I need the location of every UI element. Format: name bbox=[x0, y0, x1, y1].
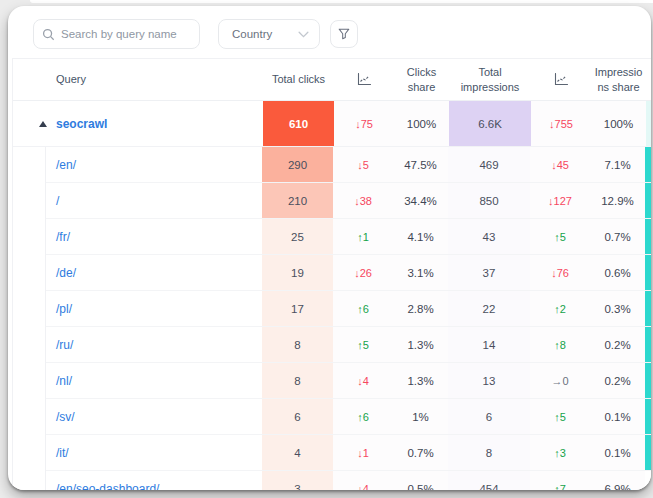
query-link[interactable]: /en/seo-dashboard/ bbox=[56, 482, 159, 491]
table-row[interactable]: /sv/ 6 ↑6 1% 6 ↑5 0.1% bbox=[13, 399, 651, 435]
total-clicks-cell: 19 bbox=[262, 255, 333, 290]
total-clicks-cell: 290 bbox=[262, 147, 333, 182]
impressions-share-cell: 6.9% bbox=[590, 471, 645, 490]
clicks-share-cell: 1.3% bbox=[393, 327, 448, 362]
query-link[interactable]: /en/ bbox=[56, 158, 76, 172]
total-impressions-cell: 8 bbox=[448, 435, 530, 470]
table-row[interactable]: / 210 ↓38 34.4% 850 ↓127 12.9% bbox=[13, 183, 651, 219]
search-input[interactable] bbox=[61, 28, 191, 40]
clicks-trend-cell: ↑6 bbox=[333, 291, 393, 326]
clicks-trend-cell: ↓4 bbox=[333, 363, 393, 398]
row-indent-gutter bbox=[13, 219, 46, 255]
query-cell[interactable]: /nl/ bbox=[46, 363, 262, 398]
impressions-trend-cell: ↓45 bbox=[530, 147, 590, 182]
impressions-share-cell: 7.1% bbox=[590, 147, 645, 182]
clicks-trend-cell: ↑1 bbox=[333, 219, 393, 254]
clicks-share-cell: 34.4% bbox=[393, 183, 448, 218]
total-impressions-cell: 6.6K bbox=[449, 101, 531, 146]
query-link[interactable]: /pl/ bbox=[56, 302, 72, 316]
table-row[interactable]: /pl/ 17 ↑6 2.8% 22 ↑2 0.3% bbox=[13, 291, 651, 327]
header-impressions-trend[interactable] bbox=[531, 73, 591, 86]
query-cell[interactable]: /fr/ bbox=[46, 219, 262, 254]
query-link[interactable]: / bbox=[56, 194, 59, 208]
header-clicks-share[interactable]: Clicks share bbox=[394, 65, 449, 95]
edge-heat-cell bbox=[645, 435, 651, 470]
clicks-trend-cell: ↓26 bbox=[333, 255, 393, 290]
total-clicks-cell: 4 bbox=[262, 435, 333, 470]
query-cell[interactable]: /pl/ bbox=[46, 291, 262, 326]
filter-button[interactable] bbox=[330, 20, 358, 48]
clicks-trend-cell: ↓75 bbox=[334, 101, 394, 146]
impressions-share-cell: 0.7% bbox=[590, 219, 645, 254]
queries-panel: Country Query Total clicks Clicks share … bbox=[8, 6, 651, 490]
query-cell[interactable]: /it/ bbox=[46, 435, 262, 470]
filter-funnel-icon bbox=[337, 27, 351, 41]
table-row[interactable]: /ru/ 8 ↑5 1.3% 14 ↑8 0.2% bbox=[13, 327, 651, 363]
header-total-clicks[interactable]: Total clicks bbox=[263, 72, 334, 87]
country-select-label: Country bbox=[232, 28, 272, 40]
header-total-impressions[interactable]: Total impressions bbox=[449, 65, 531, 95]
impressions-trend-cell: ↑8 bbox=[530, 327, 590, 362]
query-cell[interactable]: /ru/ bbox=[46, 327, 262, 362]
query-cell[interactable]: /sv/ bbox=[46, 399, 262, 434]
trend-chart-icon bbox=[357, 73, 371, 86]
edge-heat-cell bbox=[645, 147, 651, 182]
table-row[interactable]: /en/ 290 ↓5 47.5% 469 ↓45 7.1% bbox=[13, 147, 651, 183]
impressions-share-cell: 0.3% bbox=[590, 291, 645, 326]
row-indent-gutter bbox=[13, 147, 46, 183]
query-link[interactable]: /sv/ bbox=[56, 410, 75, 424]
table-row[interactable]: /de/ 19 ↓26 3.1% 37 ↓76 0.6% bbox=[13, 255, 651, 291]
header-clicks-trend[interactable] bbox=[334, 73, 394, 86]
total-impressions-cell: 850 bbox=[448, 183, 530, 218]
total-clicks-cell: 610 bbox=[263, 101, 334, 146]
search-box[interactable] bbox=[33, 19, 200, 49]
queries-table: Query Total clicks Clicks share Total im… bbox=[12, 58, 651, 490]
query-link[interactable]: /de/ bbox=[56, 266, 76, 280]
row-indent-gutter bbox=[13, 183, 46, 219]
query-cell[interactable]: / bbox=[46, 183, 262, 218]
table-row[interactable]: seocrawl 610 ↓75 100% 6.6K ↓755 100% bbox=[13, 101, 651, 147]
collapse-caret-icon[interactable] bbox=[39, 121, 47, 127]
query-link[interactable]: /it/ bbox=[56, 446, 69, 460]
header-query[interactable]: Query bbox=[13, 72, 263, 87]
query-link[interactable]: seocrawl bbox=[56, 117, 107, 131]
query-cell[interactable]: /en/seo-dashboard/ bbox=[46, 471, 262, 490]
row-indent-gutter bbox=[13, 363, 46, 399]
impressions-trend-cell: ↑2 bbox=[530, 291, 590, 326]
edge-heat-cell bbox=[645, 399, 651, 434]
query-link[interactable]: /nl/ bbox=[56, 374, 72, 388]
country-select[interactable]: Country bbox=[218, 19, 320, 49]
impressions-trend-cell: ↑5 bbox=[530, 219, 590, 254]
query-link[interactable]: /ru/ bbox=[56, 338, 73, 352]
query-link[interactable]: /fr/ bbox=[56, 230, 70, 244]
edge-heat-cell bbox=[645, 363, 651, 398]
row-indent-gutter bbox=[13, 399, 46, 435]
table-row[interactable]: /nl/ 8 ↓4 1.3% 13 →0 0.2% bbox=[13, 363, 651, 399]
impressions-trend-cell: ↑7 bbox=[530, 471, 590, 490]
impressions-share-cell: 0.2% bbox=[590, 363, 645, 398]
table-row[interactable]: /it/ 4 ↓1 0.7% 8 ↑3 0.1% bbox=[13, 435, 651, 471]
clicks-share-cell: 1% bbox=[393, 399, 448, 434]
edge-heat-cell bbox=[646, 101, 651, 146]
table-row[interactable]: /en/seo-dashboard/ 3 ↓4 0.5% 454 ↑7 6.9% bbox=[13, 471, 651, 490]
clicks-share-cell: 100% bbox=[394, 101, 449, 146]
total-impressions-cell: 43 bbox=[448, 219, 530, 254]
total-impressions-cell: 6 bbox=[448, 399, 530, 434]
chevron-down-icon bbox=[298, 31, 309, 38]
query-cell[interactable]: /de/ bbox=[46, 255, 262, 290]
table-row[interactable]: /fr/ 25 ↑1 4.1% 43 ↑5 0.7% bbox=[13, 219, 651, 255]
clicks-share-cell: 1.3% bbox=[393, 363, 448, 398]
total-impressions-cell: 14 bbox=[448, 327, 530, 362]
clicks-share-cell: 0.5% bbox=[393, 471, 448, 490]
query-cell[interactable]: /en/ bbox=[46, 147, 262, 182]
impressions-share-cell: 0.1% bbox=[590, 399, 645, 434]
total-clicks-cell: 3 bbox=[262, 471, 333, 490]
impressions-trend-cell: ↓76 bbox=[530, 255, 590, 290]
query-cell[interactable]: seocrawl bbox=[13, 101, 263, 146]
row-indent-gutter bbox=[13, 291, 46, 327]
edge-heat-cell bbox=[645, 327, 651, 362]
impressions-share-cell: 100% bbox=[591, 101, 646, 146]
previous-card-edge bbox=[30, 0, 653, 3]
header-impressions-share[interactable]: Impressions share bbox=[591, 65, 646, 95]
clicks-trend-cell: ↓5 bbox=[333, 147, 393, 182]
